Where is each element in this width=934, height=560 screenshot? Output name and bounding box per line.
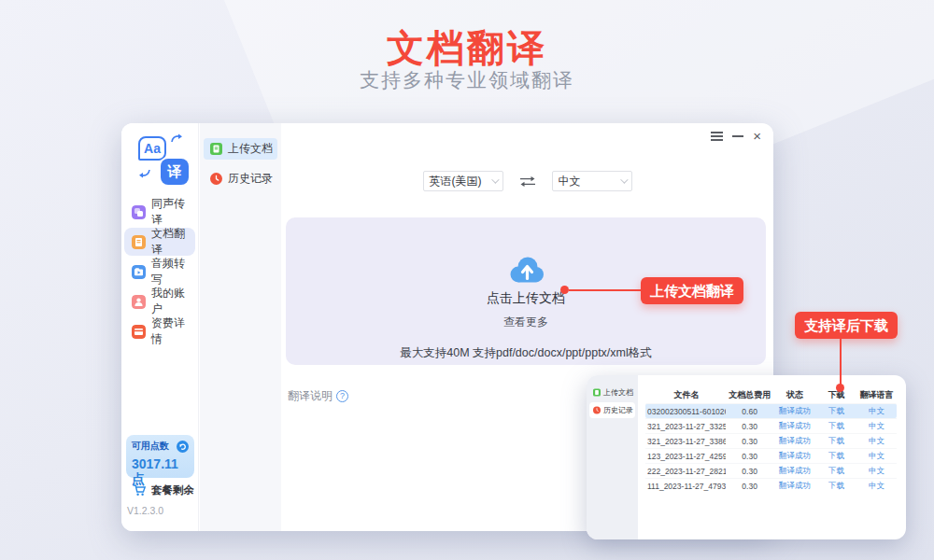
points-label: 可用点数 [132, 440, 169, 453]
callout-download-line [840, 339, 842, 387]
window-controls: × [711, 132, 761, 141]
refresh-icon[interactable] [177, 441, 189, 453]
nav-item-pricing-details[interactable]: 资费详情 [124, 317, 195, 345]
cell-filename: 321_2023-11-27_3325.. [645, 422, 726, 431]
cloud-upload-icon [506, 255, 545, 285]
mini-tab-label: 上传文档 [603, 387, 633, 398]
table-row[interactable]: 032002300511-601026.. 0.60 翻译成功 下载 中文 [645, 403, 897, 418]
download-link[interactable]: 下载 [816, 466, 856, 477]
col-header-status: 状态 [773, 389, 816, 401]
document-translation-icon [132, 235, 146, 249]
download-link[interactable]: 下载 [816, 436, 856, 447]
minimize-icon[interactable] [732, 135, 743, 137]
page-subtitle: 支持多种专业领域翻译 [0, 67, 934, 93]
cell-language: 中文 [856, 481, 897, 492]
table-header-row: 文件名 文档总费用 状态 下载 翻译语言 [645, 386, 897, 403]
cell-status: 翻译成功 [773, 481, 816, 492]
history-panel-tabs: 上传文档 历史记录 [587, 375, 638, 539]
translate-note-label: 翻译说明 [288, 388, 333, 404]
nav-item-simultaneous-interpretation[interactable]: 同声传译 [124, 198, 195, 226]
upload-more-link[interactable]: 查看更多 [286, 315, 766, 330]
callout-download-after: 支持译后下载 [795, 312, 898, 339]
cell-language: 中文 [856, 451, 897, 462]
nav-item-label: 音频转写 [151, 256, 195, 287]
cell-filename: 222_2023-11-27_2821.. [645, 467, 726, 476]
main-sidebar: Aa 译 同声传译 文档翻译 音频转写 我的账户 [121, 123, 199, 531]
callout-upload-translate: 上传文档翻译 [641, 277, 743, 304]
audio-transcription-icon [132, 265, 146, 279]
swap-languages-icon[interactable] [518, 175, 537, 188]
callout-download-dot [836, 384, 844, 392]
cell-fee: 0.30 [726, 437, 773, 446]
download-link[interactable]: 下载 [816, 451, 856, 462]
source-language-value: 英语(美国) [430, 174, 482, 189]
cell-language: 中文 [856, 466, 897, 477]
version-label: V1.2.3.0 [127, 505, 163, 516]
history-preview-panel: 上传文档 历史记录 文件名 文档总费用 状态 下载 翻译语言 032002300… [587, 375, 906, 539]
cell-fee: 0.30 [726, 482, 773, 491]
simultaneous-interpretation-icon [132, 205, 146, 219]
cell-fee: 0.60 [726, 407, 773, 416]
menu-icon[interactable] [711, 132, 723, 141]
logo-swap-arrow-icon [170, 133, 185, 146]
table-row[interactable]: 123_2023-11-27_4259.. 0.30 翻译成功 下载 中文 [645, 448, 897, 463]
my-account-icon [132, 295, 146, 309]
nav-item-label: 我的账户 [151, 286, 195, 317]
upload-document-icon [210, 143, 222, 155]
logo-swap-arrow-icon [136, 166, 151, 179]
cell-language: 中文 [856, 436, 897, 447]
nav-item-label: 文档翻译 [151, 226, 195, 258]
nav-item-label: 同声传译 [151, 196, 195, 228]
cell-fee: 0.30 [726, 452, 773, 461]
cell-status: 翻译成功 [773, 436, 816, 447]
cart-icon [133, 484, 147, 497]
cell-filename: 111_2023-11-27_4793.. [645, 482, 726, 491]
history-clock-icon [210, 173, 222, 185]
target-language-select[interactable]: 中文 [552, 171, 632, 191]
language-bar: 英语(美国) 中文 [423, 171, 632, 191]
mini-tab-history[interactable]: 历史记录 [589, 402, 635, 418]
cell-filename: 321_2023-11-27_3386.. [645, 437, 726, 446]
available-points-card: 可用点数 3017.11点 [126, 435, 194, 478]
download-link[interactable]: 下载 [816, 421, 856, 432]
callout-upload-dot [560, 286, 569, 294]
table-row[interactable]: 111_2023-11-27_4793.. 0.30 翻译成功 下载 中文 [645, 478, 897, 493]
close-icon[interactable]: × [753, 132, 761, 141]
cell-filename: 032002300511-601026.. [645, 407, 726, 416]
tab-label: 上传文档 [228, 141, 273, 157]
mini-tab-upload-document[interactable]: 上传文档 [589, 385, 635, 400]
download-link[interactable]: 下载 [816, 406, 856, 417]
translate-note: 翻译说明 ? [288, 388, 348, 404]
upload-document-icon [593, 388, 601, 397]
help-question-icon[interactable]: ? [336, 390, 348, 402]
cell-status: 翻译成功 [773, 406, 816, 417]
page-background: 文档翻译 支持多种专业领域翻译 Aa 译 同声传译 文档翻译 [0, 0, 934, 560]
upload-format-text: 最大支持40M 支持pdf/doc/docx/ppt/pptx/xml格式 [286, 345, 766, 361]
pricing-details-icon [132, 325, 146, 339]
download-link[interactable]: 下载 [816, 481, 856, 492]
cell-fee: 0.30 [726, 467, 773, 476]
callout-upload-line [569, 289, 641, 291]
source-language-select[interactable]: 英语(美国) [423, 171, 503, 191]
tab-label: 历史记录 [228, 171, 273, 187]
nav-item-my-account[interactable]: 我的账户 [124, 287, 195, 315]
cell-status: 翻译成功 [773, 451, 816, 462]
logo-source-bubble: Aa [138, 136, 166, 161]
table-row[interactable]: 321_2023-11-27_3325.. 0.30 翻译成功 下载 中文 [645, 418, 897, 433]
cell-status: 翻译成功 [773, 421, 816, 432]
mini-tab-label: 历史记录 [603, 405, 633, 415]
tab-history[interactable]: 历史记录 [204, 168, 277, 189]
chevron-down-icon [491, 175, 499, 183]
cell-language: 中文 [856, 421, 897, 432]
nav-item-document-translation[interactable]: 文档翻译 [124, 228, 195, 256]
cell-filename: 123_2023-11-27_4259.. [645, 452, 726, 461]
tab-upload-document[interactable]: 上传文档 [204, 138, 277, 160]
table-row[interactable]: 222_2023-11-27_2821.. 0.30 翻译成功 下载 中文 [645, 463, 897, 478]
table-row[interactable]: 321_2023-11-27_3386.. 0.30 翻译成功 下载 中文 [645, 433, 897, 448]
history-table: 文件名 文档总费用 状态 下载 翻译语言 032002300511-601026… [638, 375, 906, 539]
col-header-filename: 文件名 [645, 389, 726, 401]
package-remaining[interactable]: 套餐剩余 [133, 483, 194, 497]
cell-status: 翻译成功 [773, 466, 816, 477]
app-logo: Aa 译 [136, 133, 191, 187]
nav-item-audio-transcription[interactable]: 音频转写 [124, 258, 195, 286]
